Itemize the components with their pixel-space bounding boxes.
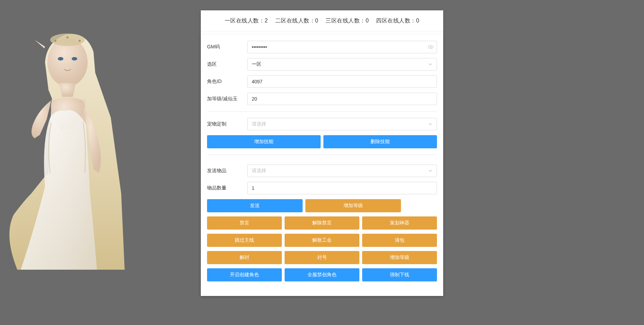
- background-character: [0, 21, 125, 270]
- item-qty-label: 物品数量: [207, 185, 247, 191]
- pet-label: 宠物定制: [207, 121, 247, 127]
- svg-point-1: [58, 57, 63, 61]
- svg-point-7: [428, 46, 433, 49]
- level-input-wrap: [247, 93, 437, 105]
- pet-row: 宠物定制 请选择: [207, 118, 437, 130]
- svg-point-2: [72, 57, 77, 61]
- send-button[interactable]: 发送: [207, 199, 303, 212]
- open-create-button[interactable]: 开启创建角色: [207, 268, 282, 281]
- form-body: GM码 选区 一区: [201, 35, 443, 296]
- role-id-label: 角色ID: [207, 78, 247, 85]
- zone2-count: 0: [315, 18, 318, 24]
- zone1-status: 一区在线人数：2: [225, 17, 268, 25]
- zone3-label: 三区在线人数：: [325, 18, 366, 24]
- zone-label: 选区: [207, 61, 247, 67]
- zone-select-wrap: 一区: [247, 58, 437, 71]
- delete-skill-button[interactable]: 删除技能: [323, 135, 437, 148]
- divider: [207, 155, 437, 155]
- svg-point-8: [430, 46, 431, 48]
- ban-button[interactable]: 封号: [285, 251, 359, 264]
- gm-code-input[interactable]: [247, 41, 437, 53]
- chevron-down-icon: [428, 169, 432, 173]
- clear-bag-button[interactable]: 清包: [362, 234, 437, 247]
- status-bar: 一区在线人数：2 二区在线人数：0 三区在线人数：0 四区在线人数：0: [201, 10, 443, 32]
- gm-code-label: GM码: [207, 44, 247, 50]
- svg-point-4: [54, 40, 56, 42]
- add-level2-button[interactable]: 增加等级: [362, 251, 437, 264]
- page-viewport: 一区在线人数：2 二区在线人数：0 三区在线人数：0 四区在线人数：0 GM码 …: [0, 0, 644, 325]
- plan-artifact-button[interactable]: 策划神器: [362, 216, 437, 230]
- disband-guild-button[interactable]: 解散工会: [285, 234, 359, 247]
- add-level-button[interactable]: 增加等级: [305, 199, 401, 212]
- zone4-label: 四区在线人数：: [376, 18, 416, 24]
- action-row-2: 跳过主线 解散工会 清包: [207, 234, 437, 247]
- level-label: 加等级/减仙玉: [207, 96, 247, 102]
- skill-button-row: 增加技能 删除技能: [207, 135, 437, 148]
- chevron-down-icon: [428, 122, 432, 126]
- item-qty-input-wrap: [247, 182, 437, 194]
- level-input[interactable]: [247, 93, 437, 105]
- level-row: 加等级/减仙玉: [207, 93, 437, 105]
- add-skill-button[interactable]: 增加技能: [207, 135, 321, 148]
- zone1-count: 2: [265, 18, 268, 24]
- send-level-row: 发送 增加等级: [207, 199, 401, 212]
- unban-button[interactable]: 解封: [207, 251, 282, 264]
- item-qty-row: 物品数量: [207, 182, 437, 194]
- svg-point-6: [79, 40, 81, 42]
- action-row-1: 禁言 解除禁言 策划神器: [207, 216, 437, 230]
- send-item-select[interactable]: 请选择: [247, 165, 437, 177]
- eye-icon[interactable]: [428, 44, 433, 50]
- item-qty-input[interactable]: [247, 182, 437, 194]
- unmute-button[interactable]: 解除禁言: [285, 216, 359, 230]
- ban-all-create-button[interactable]: 全服禁创角色: [285, 268, 359, 281]
- action-row-3: 解封 封号 增加等级: [207, 251, 437, 264]
- role-id-input[interactable]: [247, 75, 437, 88]
- role-id-row: 角色ID: [207, 75, 437, 88]
- pet-select-placeholder: 请选择: [252, 121, 266, 127]
- zone4-status: 四区在线人数：0: [376, 17, 419, 25]
- send-item-placeholder: 请选择: [252, 168, 266, 174]
- gm-code-input-wrap: [247, 41, 437, 53]
- chevron-down-icon: [428, 62, 432, 66]
- svg-point-5: [66, 36, 69, 38]
- zone1-label: 一区在线人数：: [225, 18, 265, 24]
- mute-button[interactable]: 禁言: [207, 216, 282, 230]
- zone3-count: 0: [366, 18, 369, 24]
- main-panel: 一区在线人数：2 二区在线人数：0 三区在线人数：0 四区在线人数：0 GM码 …: [201, 10, 443, 296]
- zone-select[interactable]: 一区: [247, 58, 437, 71]
- zone4-count: 0: [416, 18, 419, 24]
- zone3-status: 三区在线人数：0: [325, 17, 369, 25]
- force-offline-button[interactable]: 强制下线: [362, 268, 437, 281]
- role-id-input-wrap: [247, 75, 437, 88]
- pet-select-wrap: 请选择: [247, 118, 437, 130]
- divider: [207, 111, 437, 112]
- gm-code-row: GM码: [207, 41, 437, 53]
- zone-row: 选区 一区: [207, 58, 437, 71]
- skip-main-button[interactable]: 跳过主线: [207, 234, 282, 247]
- send-item-select-wrap: 请选择: [247, 165, 437, 177]
- send-item-label: 发送物品: [207, 168, 247, 174]
- zone-select-value: 一区: [252, 61, 261, 67]
- zone2-status: 二区在线人数：0: [275, 17, 319, 25]
- pet-select[interactable]: 请选择: [247, 118, 437, 130]
- zone2-label: 二区在线人数：: [275, 18, 315, 24]
- send-item-row: 发送物品 请选择: [207, 165, 437, 177]
- action-row-4: 开启创建角色 全服禁创角色 强制下线: [207, 268, 437, 281]
